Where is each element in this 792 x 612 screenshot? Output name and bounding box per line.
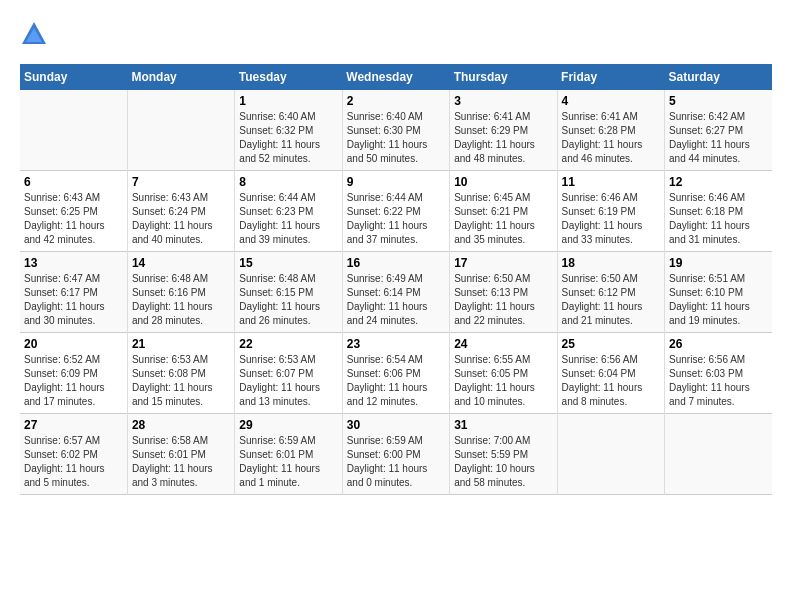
day-number: 30 [347, 418, 445, 432]
day-number: 5 [669, 94, 768, 108]
week-row-5: 27Sunrise: 6:57 AM Sunset: 6:02 PM Dayli… [20, 414, 772, 495]
calendar-cell: 4Sunrise: 6:41 AM Sunset: 6:28 PM Daylig… [557, 90, 664, 171]
day-info: Sunrise: 6:44 AM Sunset: 6:23 PM Dayligh… [239, 191, 337, 247]
calendar-cell: 21Sunrise: 6:53 AM Sunset: 6:08 PM Dayli… [127, 333, 234, 414]
calendar-cell: 3Sunrise: 6:41 AM Sunset: 6:29 PM Daylig… [450, 90, 557, 171]
calendar-cell: 7Sunrise: 6:43 AM Sunset: 6:24 PM Daylig… [127, 171, 234, 252]
calendar-cell: 25Sunrise: 6:56 AM Sunset: 6:04 PM Dayli… [557, 333, 664, 414]
day-info: Sunrise: 6:56 AM Sunset: 6:04 PM Dayligh… [562, 353, 660, 409]
header-wednesday: Wednesday [342, 64, 449, 90]
calendar-cell: 5Sunrise: 6:42 AM Sunset: 6:27 PM Daylig… [665, 90, 772, 171]
day-info: Sunrise: 6:49 AM Sunset: 6:14 PM Dayligh… [347, 272, 445, 328]
day-info: Sunrise: 6:46 AM Sunset: 6:18 PM Dayligh… [669, 191, 768, 247]
day-number: 8 [239, 175, 337, 189]
day-info: Sunrise: 6:48 AM Sunset: 6:15 PM Dayligh… [239, 272, 337, 328]
calendar-cell: 15Sunrise: 6:48 AM Sunset: 6:15 PM Dayli… [235, 252, 342, 333]
week-row-4: 20Sunrise: 6:52 AM Sunset: 6:09 PM Dayli… [20, 333, 772, 414]
day-info: Sunrise: 6:44 AM Sunset: 6:22 PM Dayligh… [347, 191, 445, 247]
calendar-cell: 27Sunrise: 6:57 AM Sunset: 6:02 PM Dayli… [20, 414, 127, 495]
day-info: Sunrise: 6:59 AM Sunset: 6:01 PM Dayligh… [239, 434, 337, 490]
calendar-cell: 18Sunrise: 6:50 AM Sunset: 6:12 PM Dayli… [557, 252, 664, 333]
day-number: 1 [239, 94, 337, 108]
day-info: Sunrise: 6:57 AM Sunset: 6:02 PM Dayligh… [24, 434, 123, 490]
header-thursday: Thursday [450, 64, 557, 90]
calendar-cell: 22Sunrise: 6:53 AM Sunset: 6:07 PM Dayli… [235, 333, 342, 414]
day-info: Sunrise: 6:53 AM Sunset: 6:08 PM Dayligh… [132, 353, 230, 409]
calendar-cell: 8Sunrise: 6:44 AM Sunset: 6:23 PM Daylig… [235, 171, 342, 252]
header-tuesday: Tuesday [235, 64, 342, 90]
day-info: Sunrise: 6:45 AM Sunset: 6:21 PM Dayligh… [454, 191, 552, 247]
calendar-cell [20, 90, 127, 171]
day-number: 27 [24, 418, 123, 432]
day-info: Sunrise: 6:58 AM Sunset: 6:01 PM Dayligh… [132, 434, 230, 490]
day-number: 29 [239, 418, 337, 432]
calendar-cell: 14Sunrise: 6:48 AM Sunset: 6:16 PM Dayli… [127, 252, 234, 333]
calendar-cell: 26Sunrise: 6:56 AM Sunset: 6:03 PM Dayli… [665, 333, 772, 414]
day-info: Sunrise: 6:40 AM Sunset: 6:32 PM Dayligh… [239, 110, 337, 166]
header-saturday: Saturday [665, 64, 772, 90]
calendar-cell: 28Sunrise: 6:58 AM Sunset: 6:01 PM Dayli… [127, 414, 234, 495]
calendar-cell: 2Sunrise: 6:40 AM Sunset: 6:30 PM Daylig… [342, 90, 449, 171]
day-number: 28 [132, 418, 230, 432]
day-info: Sunrise: 6:56 AM Sunset: 6:03 PM Dayligh… [669, 353, 768, 409]
day-number: 11 [562, 175, 660, 189]
day-info: Sunrise: 6:42 AM Sunset: 6:27 PM Dayligh… [669, 110, 768, 166]
calendar-cell: 13Sunrise: 6:47 AM Sunset: 6:17 PM Dayli… [20, 252, 127, 333]
day-number: 12 [669, 175, 768, 189]
day-info: Sunrise: 6:40 AM Sunset: 6:30 PM Dayligh… [347, 110, 445, 166]
calendar-cell [665, 414, 772, 495]
day-info: Sunrise: 6:59 AM Sunset: 6:00 PM Dayligh… [347, 434, 445, 490]
day-number: 3 [454, 94, 552, 108]
day-info: Sunrise: 6:52 AM Sunset: 6:09 PM Dayligh… [24, 353, 123, 409]
day-number: 15 [239, 256, 337, 270]
logo [20, 20, 52, 48]
week-row-1: 1Sunrise: 6:40 AM Sunset: 6:32 PM Daylig… [20, 90, 772, 171]
day-info: Sunrise: 7:00 AM Sunset: 5:59 PM Dayligh… [454, 434, 552, 490]
day-number: 4 [562, 94, 660, 108]
day-number: 16 [347, 256, 445, 270]
header-friday: Friday [557, 64, 664, 90]
logo-icon [20, 20, 48, 48]
day-info: Sunrise: 6:54 AM Sunset: 6:06 PM Dayligh… [347, 353, 445, 409]
calendar-cell: 12Sunrise: 6:46 AM Sunset: 6:18 PM Dayli… [665, 171, 772, 252]
calendar-cell [127, 90, 234, 171]
day-info: Sunrise: 6:51 AM Sunset: 6:10 PM Dayligh… [669, 272, 768, 328]
calendar-cell: 1Sunrise: 6:40 AM Sunset: 6:32 PM Daylig… [235, 90, 342, 171]
week-row-2: 6Sunrise: 6:43 AM Sunset: 6:25 PM Daylig… [20, 171, 772, 252]
day-number: 31 [454, 418, 552, 432]
calendar-cell: 20Sunrise: 6:52 AM Sunset: 6:09 PM Dayli… [20, 333, 127, 414]
day-number: 20 [24, 337, 123, 351]
day-number: 23 [347, 337, 445, 351]
calendar-cell: 16Sunrise: 6:49 AM Sunset: 6:14 PM Dayli… [342, 252, 449, 333]
header-monday: Monday [127, 64, 234, 90]
day-info: Sunrise: 6:55 AM Sunset: 6:05 PM Dayligh… [454, 353, 552, 409]
calendar-cell: 9Sunrise: 6:44 AM Sunset: 6:22 PM Daylig… [342, 171, 449, 252]
calendar-cell: 19Sunrise: 6:51 AM Sunset: 6:10 PM Dayli… [665, 252, 772, 333]
day-number: 17 [454, 256, 552, 270]
day-info: Sunrise: 6:50 AM Sunset: 6:12 PM Dayligh… [562, 272, 660, 328]
day-info: Sunrise: 6:41 AM Sunset: 6:29 PM Dayligh… [454, 110, 552, 166]
day-number: 18 [562, 256, 660, 270]
week-row-3: 13Sunrise: 6:47 AM Sunset: 6:17 PM Dayli… [20, 252, 772, 333]
day-number: 24 [454, 337, 552, 351]
day-number: 13 [24, 256, 123, 270]
calendar-cell: 24Sunrise: 6:55 AM Sunset: 6:05 PM Dayli… [450, 333, 557, 414]
calendar-cell: 31Sunrise: 7:00 AM Sunset: 5:59 PM Dayli… [450, 414, 557, 495]
header-sunday: Sunday [20, 64, 127, 90]
calendar-cell: 11Sunrise: 6:46 AM Sunset: 6:19 PM Dayli… [557, 171, 664, 252]
day-number: 14 [132, 256, 230, 270]
calendar-table: SundayMondayTuesdayWednesdayThursdayFrid… [20, 64, 772, 495]
day-info: Sunrise: 6:43 AM Sunset: 6:25 PM Dayligh… [24, 191, 123, 247]
day-info: Sunrise: 6:43 AM Sunset: 6:24 PM Dayligh… [132, 191, 230, 247]
calendar-cell: 23Sunrise: 6:54 AM Sunset: 6:06 PM Dayli… [342, 333, 449, 414]
day-number: 7 [132, 175, 230, 189]
calendar-cell: 6Sunrise: 6:43 AM Sunset: 6:25 PM Daylig… [20, 171, 127, 252]
calendar-cell: 29Sunrise: 6:59 AM Sunset: 6:01 PM Dayli… [235, 414, 342, 495]
header-row: SundayMondayTuesdayWednesdayThursdayFrid… [20, 64, 772, 90]
day-number: 10 [454, 175, 552, 189]
page-header [20, 20, 772, 48]
day-number: 2 [347, 94, 445, 108]
day-number: 9 [347, 175, 445, 189]
day-info: Sunrise: 6:46 AM Sunset: 6:19 PM Dayligh… [562, 191, 660, 247]
day-info: Sunrise: 6:41 AM Sunset: 6:28 PM Dayligh… [562, 110, 660, 166]
